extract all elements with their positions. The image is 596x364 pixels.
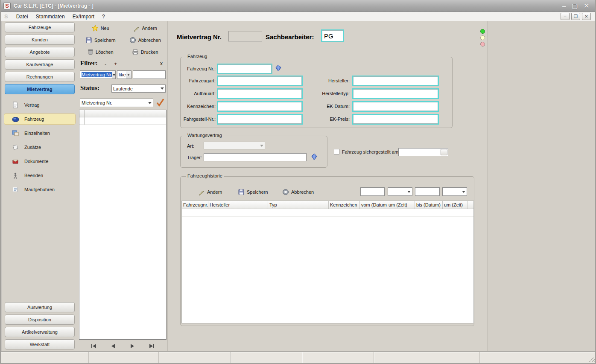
document-lines-icon bbox=[12, 186, 19, 193]
column-header[interactable]: um (Zeit) bbox=[387, 201, 415, 209]
previous-record-button[interactable] bbox=[108, 342, 118, 350]
mietvertrag-form: Mietvertrag Nr. Sachbearbeiter: Fahrzeug… bbox=[167, 21, 596, 352]
resize-grip[interactable] bbox=[589, 356, 595, 362]
historie-save-button[interactable]: Speichern bbox=[236, 188, 270, 196]
column-header[interactable]: Hersteller bbox=[208, 201, 268, 209]
art-select[interactable] bbox=[204, 142, 265, 149]
sidebar-subitem-vertrag[interactable]: Vertrag bbox=[4, 99, 76, 111]
close-button[interactable]: ✕ bbox=[584, 3, 589, 9]
aufbauart-label: Aufbauart: bbox=[182, 91, 216, 96]
sidebar-subitem-beenden[interactable]: Beenden bbox=[4, 170, 76, 181]
column-header[interactable]: Fahrzeugnr. bbox=[182, 201, 208, 209]
table-body[interactable] bbox=[181, 209, 474, 323]
window-title: Car S.L.R. [ETC] - [Mietvertrag - ] bbox=[14, 3, 93, 9]
details-images-icon bbox=[12, 130, 19, 137]
column-header[interactable]: um (Zeit) bbox=[443, 201, 467, 209]
filter-remove-button[interactable]: - bbox=[105, 61, 106, 67]
envelope-icon bbox=[12, 158, 19, 165]
filter-value-input[interactable] bbox=[133, 70, 166, 79]
menu-datei[interactable]: Datei bbox=[12, 12, 32, 21]
mdi-close-button[interactable]: ✕ bbox=[582, 13, 591, 20]
historie-edit-button[interactable]: Ändern bbox=[196, 188, 224, 196]
sidebar-item-artikelverwaltung[interactable]: Artikelverwaltung bbox=[5, 327, 75, 337]
status-panel bbox=[159, 352, 231, 363]
sidebar-item-angebote[interactable]: Angebote bbox=[5, 47, 75, 57]
sort-field-select[interactable]: Mietvertrag Nr. bbox=[80, 99, 153, 107]
filter-clear-button[interactable]: x bbox=[160, 61, 163, 67]
form-right-gutter bbox=[487, 21, 596, 352]
record-list[interactable] bbox=[79, 110, 167, 340]
menu-ex-import[interactable]: Ex/Import bbox=[69, 12, 98, 21]
aufbauart-input[interactable] bbox=[218, 89, 302, 98]
filter-field-select[interactable]: Mietvertrag Nr. bbox=[80, 70, 116, 79]
fahrgestell-nr-input[interactable] bbox=[218, 115, 302, 124]
cancel-button[interactable]: Abbrechen bbox=[128, 36, 163, 44]
last-record-button[interactable] bbox=[147, 342, 156, 350]
column-header[interactable]: vom (Datum) bbox=[360, 201, 387, 209]
sichergestellt-label: Fahrzeug sichergestellt am: bbox=[342, 149, 400, 154]
next-record-button[interactable] bbox=[128, 342, 137, 350]
sichergestellt-checkbox[interactable] bbox=[334, 149, 339, 154]
historie-date-from-input[interactable] bbox=[360, 187, 385, 196]
sidebar-item-auswertung[interactable]: Auswertung bbox=[5, 302, 75, 312]
mdi-restore-button[interactable]: ❐ bbox=[571, 13, 580, 20]
ek-preis-input[interactable] bbox=[353, 115, 438, 124]
sidebar-item-kunden[interactable]: Kunden bbox=[5, 35, 75, 45]
sidebar-item-werkstatt[interactable]: Werkstatt bbox=[5, 339, 75, 349]
fahrzeugart-input[interactable] bbox=[218, 76, 302, 85]
traeger-input[interactable] bbox=[204, 153, 307, 161]
sidebar-item-rechnungen[interactable]: Rechnungen bbox=[5, 72, 75, 82]
menu-bar: S Datei Stammdaten Ex/Import ? – ❐ ✕ bbox=[0, 12, 596, 21]
menu-help[interactable]: ? bbox=[98, 12, 109, 21]
sidebar-subitem-fahrzeug[interactable]: Fahrzeug bbox=[4, 114, 76, 125]
historie-cancel-button[interactable]: Abbrechen bbox=[280, 188, 316, 196]
sachbearbeiter-input[interactable] bbox=[322, 30, 343, 41]
apply-check-icon[interactable] bbox=[155, 98, 165, 107]
minimize-button[interactable]: – bbox=[562, 3, 566, 9]
edit-button[interactable]: Ändern bbox=[131, 24, 159, 32]
wartungsvertrag-group-title: Wartungsvertrag bbox=[186, 133, 224, 138]
kennzeichen-input[interactable] bbox=[218, 102, 302, 111]
sachbearbeiter-label: Sachbearbeiter: bbox=[266, 33, 314, 41]
print-button[interactable]: Drucken bbox=[130, 48, 160, 56]
delete-button[interactable]: Löschen bbox=[86, 48, 115, 56]
document-icon bbox=[12, 102, 19, 108]
filter-operator-select[interactable]: like bbox=[117, 70, 131, 79]
hersteller-input[interactable] bbox=[353, 76, 438, 85]
filter-add-button[interactable]: + bbox=[114, 61, 117, 67]
sidebar-subitem-mautgebuehren[interactable]: Mautgebühren bbox=[4, 184, 76, 195]
historie-time-to-select[interactable] bbox=[442, 187, 467, 196]
new-button[interactable]: Neu bbox=[90, 24, 111, 32]
pencil-icon bbox=[133, 25, 140, 32]
ek-datum-input[interactable] bbox=[353, 102, 438, 111]
column-header[interactable]: Kennzeichen bbox=[329, 201, 360, 209]
hersteller-label: Hersteller: bbox=[310, 78, 350, 83]
maximize-button[interactable]: ▢ bbox=[572, 3, 578, 9]
mietvertrag-nr-field bbox=[228, 31, 262, 41]
sidebar-subitem-zusaetze[interactable]: Zusätze bbox=[4, 142, 76, 153]
historie-date-to-input[interactable] bbox=[415, 187, 440, 196]
status-panel bbox=[374, 352, 480, 363]
herstellertyp-input[interactable] bbox=[353, 89, 438, 98]
menu-stammdaten[interactable]: Stammdaten bbox=[32, 12, 69, 21]
column-header[interactable]: Typ bbox=[268, 201, 329, 209]
column-header[interactable]: bis (Datum) bbox=[415, 201, 443, 209]
sidebar-subitem-dokumente[interactable]: Dokumente bbox=[4, 156, 76, 167]
save-button[interactable]: Speichern bbox=[84, 36, 117, 44]
lookup-gem-icon[interactable] bbox=[311, 153, 317, 160]
sidebar-item-kaufvertraege[interactable]: Kaufverträge bbox=[5, 59, 75, 70]
historie-time-from-select[interactable] bbox=[388, 187, 412, 196]
chevron-down-icon bbox=[146, 99, 153, 107]
date-picker-button[interactable]: ... bbox=[441, 149, 447, 155]
sidebar-item-fahrzeuge[interactable]: Fahrzeuge bbox=[5, 22, 75, 32]
fahrzeughistorie-groupbox: Fahrzeughistorie Ändern Speichern Abbrec… bbox=[180, 176, 474, 326]
sidebar-item-disposition[interactable]: Disposition bbox=[5, 314, 75, 325]
status-filter-select[interactable]: Laufende bbox=[111, 84, 166, 93]
mdi-minimize-button[interactable]: – bbox=[561, 13, 570, 20]
fahrzeug-nr-input[interactable] bbox=[218, 64, 272, 73]
star-icon bbox=[92, 25, 99, 32]
sidebar-subitem-einzelheiten[interactable]: Einzelheiten bbox=[4, 128, 76, 139]
first-record-button[interactable] bbox=[89, 342, 99, 350]
sidebar-item-mietvertrag[interactable]: Mietvertrag bbox=[5, 84, 75, 94]
lookup-gem-icon[interactable] bbox=[275, 64, 281, 72]
